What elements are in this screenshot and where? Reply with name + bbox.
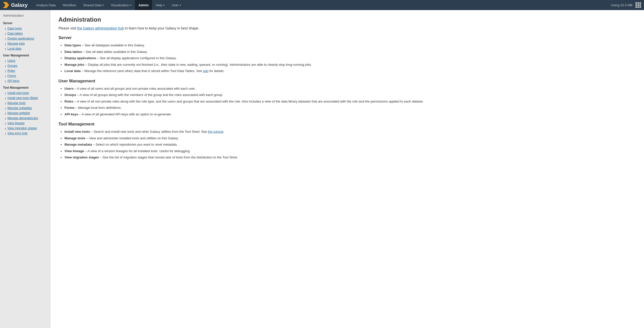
sidebar-header: Administration xyxy=(0,12,50,19)
item-label: Forms xyxy=(64,106,75,110)
list-item: Local data – Manage the reference (and o… xyxy=(64,69,636,74)
list-item: Roles – A view of all non-private roles … xyxy=(64,99,636,104)
brand[interactable]: Galaxy xyxy=(3,2,28,8)
layout: Administration ServerData typesData tabl… xyxy=(0,10,644,328)
sidebar-link-manage-dependencies[interactable]: Manage dependencies xyxy=(0,116,50,121)
list-item: Forms – Manage local form definitions. xyxy=(64,105,636,110)
sidebar-sections: ServerData typesData tablesDisplay appli… xyxy=(0,19,50,136)
list-item: API keys – A view of all generated API k… xyxy=(64,112,636,117)
section-heading: User Management xyxy=(58,79,636,84)
section-heading: Server xyxy=(58,35,636,40)
main-sections: ServerData types – See all datatypes ava… xyxy=(58,35,636,160)
nav-item-help[interactable]: Help ▾ xyxy=(152,0,168,10)
item-label: Groups xyxy=(64,93,76,97)
list-item: Manage jobs – Display all jobs that are … xyxy=(64,62,636,67)
storage-label: Using 23.5 MB xyxy=(611,3,632,7)
sidebar-link-api-keys[interactable]: API keys xyxy=(0,78,50,83)
section-tool-management: Tool ManagementInstall new tools – Searc… xyxy=(58,122,636,160)
admin-hub-link[interactable]: the Galaxy administration hub xyxy=(77,26,124,30)
item-label: Manage jobs xyxy=(64,63,84,67)
sidebar-section-user-management: User Management xyxy=(0,51,50,58)
nav-links: Analyze DataWorkflowShared Data ▾Visuali… xyxy=(33,0,611,10)
sidebar-link-data-types[interactable]: Data types xyxy=(0,26,50,31)
list-item: Install new tools – Search and install n… xyxy=(64,129,636,134)
sidebar-section-server: Server xyxy=(0,19,50,26)
list-item: Data tables – See all data tables availa… xyxy=(64,49,636,54)
nav-item-workflow[interactable]: Workflow xyxy=(59,0,80,10)
caret-icon: ▾ xyxy=(130,4,131,7)
navbar: Galaxy Analyze DataWorkflowShared Data ▾… xyxy=(0,0,644,10)
item-label: View migration stages xyxy=(64,155,99,159)
sidebar-link-manage-jobs[interactable]: Manage jobs xyxy=(0,41,50,46)
sidebar-link-install-new-tools-beta[interactable]: Install new tools (Beta) xyxy=(0,95,50,101)
sidebar-link-forms[interactable]: Forms xyxy=(0,73,50,78)
item-link[interactable]: wiki xyxy=(203,69,208,73)
list-item: Display applications – See all display a… xyxy=(64,56,636,61)
item-label: Roles xyxy=(64,100,73,103)
item-label: Users xyxy=(64,87,74,90)
brand-label: Galaxy xyxy=(11,2,28,8)
main-content: Administration Please visit the Galaxy a… xyxy=(50,10,644,328)
sidebar-link-users[interactable]: Users xyxy=(0,58,50,63)
nav-item-admin[interactable]: Admin xyxy=(135,0,152,10)
item-label: Data types xyxy=(64,43,81,47)
nav-item-visualization[interactable]: Visualization ▾ xyxy=(107,0,135,10)
section-server: ServerData types – See all datatypes ava… xyxy=(58,35,636,74)
item-link[interactable]: the tutorial xyxy=(208,130,223,134)
galaxy-logo-icon xyxy=(3,2,9,8)
navbar-right: Using 23.5 MB xyxy=(611,2,641,8)
list-item: Manage tools – View and administer insta… xyxy=(64,136,636,141)
section-list: Install new tools – Search and install n… xyxy=(64,129,636,160)
item-label: View lineage xyxy=(64,149,84,153)
sidebar-link-install-new-tools[interactable]: Install new tools xyxy=(0,90,50,95)
sidebar-link-roles[interactable]: Roles xyxy=(0,68,50,73)
list-item: Manage metadata – Select on which reposi… xyxy=(64,142,636,147)
sidebar: Administration ServerData typesData tabl… xyxy=(0,10,50,328)
sidebar-link-view-migration-stages[interactable]: View migration stages xyxy=(0,126,50,131)
sidebar-link-view-error-logs[interactable]: View error logs xyxy=(0,131,50,136)
list-item: View lineage – A view of a version linea… xyxy=(64,149,636,154)
sidebar-link-view-lineage[interactable]: View lineage xyxy=(0,121,50,126)
sidebar-link-groups[interactable]: Groups xyxy=(0,63,50,68)
item-label: Local data xyxy=(64,69,81,73)
item-label: Manage metadata xyxy=(64,143,92,146)
nav-item-analyze-data[interactable]: Analyze Data xyxy=(33,0,59,10)
sidebar-link-display-applications[interactable]: Display applications xyxy=(0,36,50,41)
item-label: Manage tools xyxy=(64,136,85,140)
list-item: View migration stages – See the list of … xyxy=(64,155,636,160)
list-item: Groups – A view of all groups along with… xyxy=(64,92,636,97)
sidebar-link-manage-tools[interactable]: Manage tools xyxy=(0,101,50,106)
caret-icon: ▾ xyxy=(102,4,104,7)
grid-icon[interactable] xyxy=(635,2,641,8)
item-label: API keys xyxy=(64,112,78,116)
item-label: Install new tools xyxy=(64,130,90,134)
list-item: Users – A view of all users and all grou… xyxy=(64,86,636,91)
section-heading: Tool Management xyxy=(58,122,636,127)
sidebar-link-manage-metadata[interactable]: Manage metadata xyxy=(0,106,50,111)
page-title: Administration xyxy=(58,16,636,23)
section-list: Users – A view of all users and all grou… xyxy=(64,86,636,117)
item-label: Display applications xyxy=(64,56,96,60)
section-list: Data types – See all datatypes available… xyxy=(64,43,636,74)
intro-text: Please visit the Galaxy administration h… xyxy=(58,26,636,30)
caret-icon: ▾ xyxy=(180,4,181,7)
sidebar-link-manage-whitelist[interactable]: Manage whitelist xyxy=(0,111,50,116)
section-user-management: User ManagementUsers – A view of all use… xyxy=(58,79,636,117)
nav-item-shared-data[interactable]: Shared Data ▾ xyxy=(80,0,107,10)
caret-icon: ▾ xyxy=(163,4,165,7)
sidebar-section-tool-management: Tool Management xyxy=(0,83,50,90)
sidebar-link-data-tables[interactable]: Data tables xyxy=(0,31,50,36)
sidebar-link-local-data[interactable]: Local data xyxy=(0,46,50,51)
nav-item-user[interactable]: User ▾ xyxy=(168,0,184,10)
item-label: Data tables xyxy=(64,50,82,54)
list-item: Data types – See all datatypes available… xyxy=(64,43,636,48)
